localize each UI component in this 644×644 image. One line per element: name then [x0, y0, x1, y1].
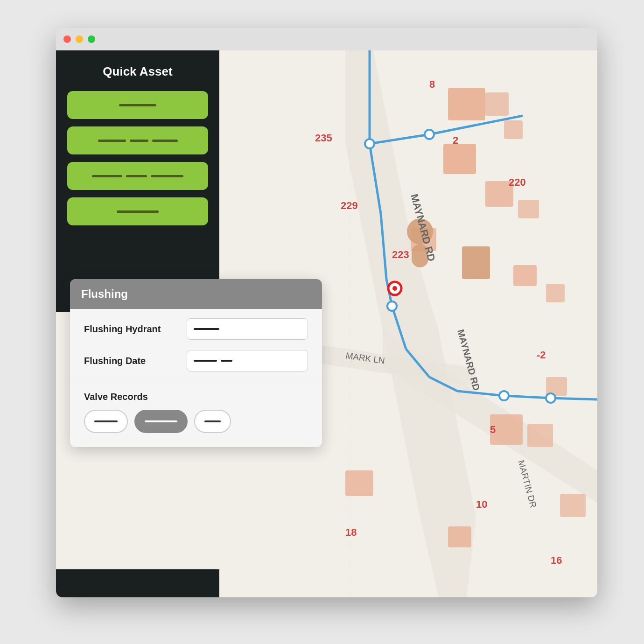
svg-text:8: 8	[429, 78, 435, 90]
flushing-title: Flushing	[81, 287, 128, 300]
button-decoration	[151, 175, 183, 177]
svg-text:18: 18	[345, 526, 357, 538]
quick-asset-title: Quick Asset	[103, 64, 172, 79]
flushing-hydrant-label: Flushing Hydrant	[84, 324, 187, 335]
svg-rect-3	[443, 144, 476, 174]
flushing-hydrant-field: Flushing Hydrant	[84, 318, 308, 340]
svg-point-35	[392, 286, 397, 291]
svg-point-33	[425, 130, 434, 139]
svg-rect-15	[560, 494, 586, 517]
quick-asset-button-4[interactable]	[67, 197, 208, 225]
button-decoration	[145, 420, 177, 422]
quick-asset-button-3[interactable]	[67, 162, 208, 190]
svg-text:5: 5	[490, 424, 496, 435]
flushing-body: Flushing Hydrant Flushing Date Valve Rec…	[70, 309, 322, 447]
flushing-date-field: Flushing Date	[84, 350, 308, 371]
action-button-3[interactable]	[194, 410, 231, 433]
svg-text:16: 16	[551, 554, 562, 566]
input-decoration	[194, 360, 217, 362]
svg-point-29	[365, 139, 374, 148]
browser-titlebar	[56, 28, 597, 50]
svg-text:229: 229	[341, 200, 358, 211]
minimize-button[interactable]	[76, 35, 83, 43]
svg-point-30	[387, 301, 397, 311]
input-decoration	[221, 360, 232, 362]
svg-rect-9	[513, 265, 537, 286]
svg-rect-12	[527, 424, 553, 447]
button-decoration	[152, 140, 178, 142]
action-button-1[interactable]	[84, 410, 128, 433]
button-decoration	[126, 175, 147, 177]
flushing-date-label: Flushing Date	[84, 356, 187, 366]
svg-point-31	[499, 391, 509, 400]
bottom-bar	[56, 569, 219, 597]
svg-text:235: 235	[315, 132, 332, 144]
button-decoration	[94, 420, 118, 422]
flushing-date-input[interactable]	[187, 350, 308, 371]
svg-rect-14	[345, 470, 373, 496]
svg-text:10: 10	[476, 498, 487, 510]
flushing-header: Flushing	[70, 279, 322, 309]
close-button[interactable]	[63, 35, 71, 43]
button-decoration	[117, 210, 159, 213]
flushing-panel: Flushing Flushing Hydrant Flushing Date	[70, 279, 322, 447]
button-decoration	[130, 140, 148, 142]
svg-text:-2: -2	[537, 349, 546, 361]
browser-window: MAYNARD RD MAYNARD RD MARK LN MARTIN DR …	[56, 28, 597, 597]
button-decoration	[119, 104, 156, 106]
action-button-2[interactable]	[134, 410, 188, 433]
svg-text:2: 2	[453, 134, 458, 146]
maximize-button[interactable]	[88, 35, 95, 43]
svg-rect-7	[518, 200, 539, 218]
section-divider	[70, 382, 322, 382]
flushing-hydrant-input[interactable]	[187, 318, 308, 340]
svg-rect-16	[448, 526, 471, 547]
input-decoration	[194, 328, 219, 330]
svg-rect-10	[546, 284, 565, 302]
svg-point-32	[546, 393, 555, 403]
button-decoration	[92, 175, 122, 177]
svg-line-26	[551, 398, 597, 399]
flushing-actions	[84, 410, 308, 433]
button-decoration	[98, 140, 126, 142]
svg-rect-2	[485, 92, 509, 116]
valve-records-title: Valve Records	[84, 392, 308, 402]
quick-asset-button-1[interactable]	[67, 91, 208, 119]
svg-rect-8	[462, 246, 490, 279]
svg-text:223: 223	[392, 249, 409, 260]
svg-text:220: 220	[509, 176, 526, 188]
svg-rect-1	[448, 88, 485, 120]
quick-asset-panel: Quick Asset	[56, 50, 219, 312]
button-decoration	[204, 420, 221, 422]
browser-content: MAYNARD RD MAYNARD RD MARK LN MARTIN DR …	[56, 50, 597, 597]
svg-rect-4	[504, 120, 523, 139]
quick-asset-button-2[interactable]	[67, 126, 208, 154]
